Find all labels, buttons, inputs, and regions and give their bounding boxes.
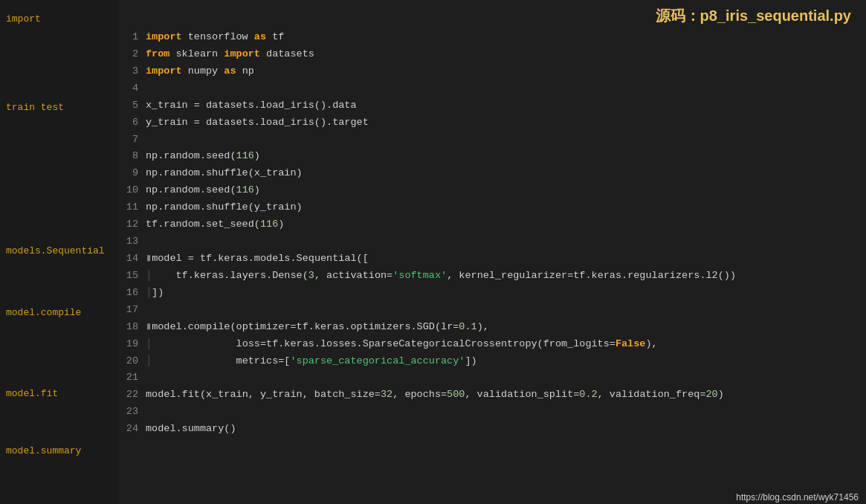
line-code: ▮model = tf.keras.models.Sequential([ bbox=[146, 251, 866, 268]
line-code: np.random.seed(116) bbox=[146, 148, 866, 165]
line-num: 16 bbox=[119, 285, 146, 302]
line-num: 5 bbox=[119, 97, 146, 114]
line-code bbox=[146, 369, 866, 387]
line-num: 9 bbox=[119, 165, 146, 182]
line-code: model.summary() bbox=[146, 421, 866, 438]
line-num: 3 bbox=[119, 63, 146, 80]
line-num: 18 bbox=[119, 319, 146, 336]
line-num: 8 bbox=[119, 148, 146, 165]
line-code: np.random.shuffle(x_train) bbox=[146, 165, 866, 182]
footer-url: https://blog.csdn.net/wyk71456 bbox=[119, 491, 866, 504]
sidebar-item-train-test: train test bbox=[0, 99, 119, 116]
line-num: 17 bbox=[119, 302, 146, 319]
line-code: model.fit(x_train, y_train, batch_size=3… bbox=[146, 387, 866, 404]
table-row: 2 from sklearn import datasets bbox=[119, 46, 866, 63]
line-num: 13 bbox=[119, 233, 146, 251]
line-num: 23 bbox=[119, 404, 146, 421]
table-row: 19 │ loss=tf.keras.losses.SparseCategori… bbox=[119, 336, 866, 353]
table-row: 23 bbox=[119, 404, 866, 421]
line-num: 20 bbox=[119, 353, 146, 370]
line-code: np.random.seed(116) bbox=[146, 182, 866, 199]
line-code: import tensorflow as tf bbox=[146, 29, 866, 46]
table-row: 18 ▮model.compile(optimizer=tf.keras.opt… bbox=[119, 319, 866, 336]
line-code: from sklearn import datasets bbox=[146, 46, 866, 63]
table-row: 20 │ metrics=['sparse_categorical_accura… bbox=[119, 353, 866, 370]
line-code: x_train = datasets.load_iris().data bbox=[146, 97, 866, 114]
table-row: 8 np.random.seed(116) bbox=[119, 148, 866, 165]
line-num: 1 bbox=[119, 29, 146, 46]
line-code: │ loss=tf.keras.losses.SparseCategorical… bbox=[146, 336, 866, 353]
line-code bbox=[146, 302, 866, 319]
line-num: 15 bbox=[119, 268, 146, 285]
code-content[interactable]: 1 import tensorflow as tf 2 from sklearn… bbox=[119, 29, 866, 491]
line-num: 4 bbox=[119, 80, 146, 97]
table-row: 7 bbox=[119, 132, 866, 149]
table-row: 5 x_train = datasets.load_iris().data bbox=[119, 97, 866, 114]
sidebar: import train test models.Sequential mode… bbox=[0, 0, 119, 504]
sidebar-item-model-summary: model.summary bbox=[0, 442, 119, 459]
sidebar-item-import: import bbox=[0, 10, 119, 28]
table-row: 11 np.random.shuffle(y_train) bbox=[119, 199, 866, 216]
table-row: 16 │]) bbox=[119, 285, 866, 302]
line-num: 24 bbox=[119, 421, 146, 438]
line-num: 14 bbox=[119, 251, 146, 268]
line-code bbox=[146, 80, 866, 97]
table-row: 12 tf.random.set_seed(116) bbox=[119, 216, 866, 233]
table-row: 21 bbox=[119, 369, 866, 387]
line-code: y_train = datasets.load_iris().target bbox=[146, 114, 866, 132]
line-num: 19 bbox=[119, 336, 146, 353]
table-row: 15 │ tf.keras.layers.Dense(3, activation… bbox=[119, 268, 866, 285]
line-num: 2 bbox=[119, 46, 146, 63]
code-table: 1 import tensorflow as tf 2 from sklearn… bbox=[119, 29, 866, 438]
table-row: 9 np.random.shuffle(x_train) bbox=[119, 165, 866, 182]
line-num: 11 bbox=[119, 199, 146, 216]
line-code bbox=[146, 233, 866, 251]
line-num: 7 bbox=[119, 132, 146, 149]
table-row: 14 ▮model = tf.keras.models.Sequential([ bbox=[119, 251, 866, 268]
line-num: 22 bbox=[119, 387, 146, 404]
table-row: 3 import numpy as np bbox=[119, 63, 866, 80]
line-num: 12 bbox=[119, 216, 146, 233]
sidebar-item-model-fit: model.fit bbox=[0, 385, 119, 402]
line-code bbox=[146, 404, 866, 421]
line-code: ▮model.compile(optimizer=tf.keras.optimi… bbox=[146, 319, 866, 336]
table-row: 17 bbox=[119, 302, 866, 319]
line-code: │ metrics=['sparse_categorical_accuracy'… bbox=[146, 353, 866, 370]
line-code: tf.random.set_seed(116) bbox=[146, 216, 866, 233]
table-row: 13 bbox=[119, 233, 866, 251]
line-num: 6 bbox=[119, 114, 146, 132]
sidebar-item-models-sequential: models.Sequential bbox=[0, 242, 119, 259]
line-code: np.random.shuffle(y_train) bbox=[146, 199, 866, 216]
line-code: │ tf.keras.layers.Dense(3, activation='s… bbox=[146, 268, 866, 285]
table-row: 4 bbox=[119, 80, 866, 97]
line-num: 10 bbox=[119, 182, 146, 199]
line-code bbox=[146, 132, 866, 149]
line-code: import numpy as np bbox=[146, 63, 866, 80]
file-title: 源码：p8_iris_sequential.py bbox=[119, 0, 866, 29]
table-row: 10 np.random.seed(116) bbox=[119, 182, 866, 199]
table-row: 22 model.fit(x_train, y_train, batch_siz… bbox=[119, 387, 866, 404]
table-row: 24 model.summary() bbox=[119, 421, 866, 438]
line-code: │]) bbox=[146, 285, 866, 302]
code-area: 源码：p8_iris_sequential.py 1 import tensor… bbox=[119, 0, 866, 504]
table-row: 1 import tensorflow as tf bbox=[119, 29, 866, 46]
table-row: 6 y_train = datasets.load_iris().target bbox=[119, 114, 866, 132]
sidebar-item-model-compile: model.compile bbox=[0, 304, 119, 321]
line-num: 21 bbox=[119, 369, 146, 387]
